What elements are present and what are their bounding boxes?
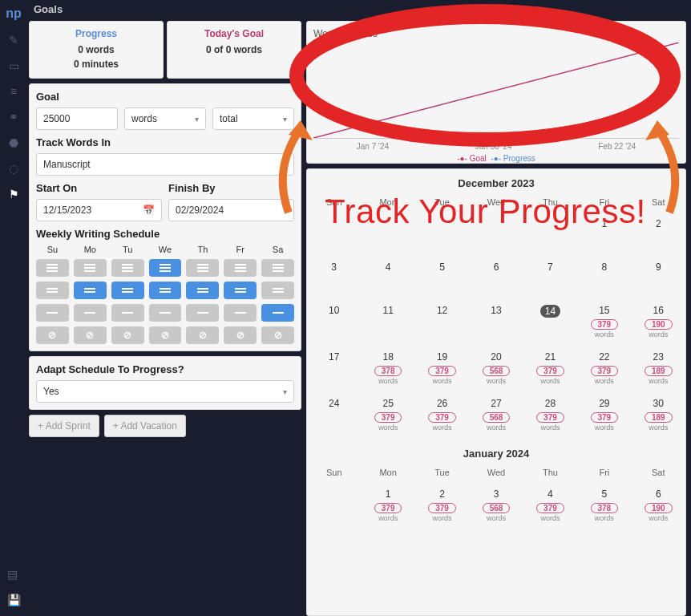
schedule-slot[interactable] bbox=[36, 304, 69, 322]
calendar-cell[interactable] bbox=[361, 213, 414, 257]
calendar-cell[interactable]: 27568words bbox=[469, 393, 523, 440]
schedule-slot[interactable] bbox=[261, 282, 294, 299]
schedule-slot[interactable] bbox=[149, 259, 182, 277]
schedule-slot[interactable] bbox=[224, 259, 257, 277]
svg-rect-36 bbox=[84, 312, 95, 314]
calendar-cell[interactable]: 2 bbox=[632, 213, 685, 257]
schedule-slot[interactable] bbox=[149, 282, 182, 299]
calendar-cell[interactable]: 4 bbox=[361, 257, 414, 300]
calendar-cell[interactable]: 30189words bbox=[632, 393, 685, 440]
calendar-cell[interactable] bbox=[307, 213, 361, 257]
calendar-cell[interactable]: 3 bbox=[307, 257, 361, 300]
schedule-slot[interactable] bbox=[111, 282, 144, 299]
schedule-slot[interactable] bbox=[36, 282, 69, 299]
finish-date-input[interactable]: 02/29/2024 bbox=[168, 199, 294, 221]
calendar-cell[interactable]: 9 bbox=[632, 257, 685, 300]
calendar-cell[interactable]: 21379words bbox=[523, 346, 577, 393]
calendar-cell[interactable]: 6 bbox=[469, 257, 523, 300]
schedule-slot[interactable] bbox=[224, 304, 257, 322]
calendar-cell[interactable]: 17 bbox=[307, 346, 361, 393]
calendar-cell[interactable]: 28379words bbox=[523, 393, 577, 440]
schedule-slot[interactable] bbox=[261, 304, 294, 322]
calendar-cell[interactable]: 12 bbox=[415, 300, 469, 346]
calendar-cell[interactable]: 15379words bbox=[577, 300, 631, 346]
calendar-cell[interactable]: 24 bbox=[307, 393, 361, 440]
save-icon[interactable]: 💾 bbox=[7, 594, 21, 606]
progress-words: 0 words bbox=[33, 43, 160, 57]
goal-scope-select[interactable]: total bbox=[212, 107, 294, 130]
calendar-cell[interactable]: 8 bbox=[577, 257, 631, 300]
calendar-cell[interactable]: 11 bbox=[361, 300, 414, 346]
schedule-slot[interactable] bbox=[186, 304, 219, 322]
track-in-select[interactable]: Manuscript bbox=[36, 153, 294, 176]
calendar-cell[interactable]: 14 bbox=[523, 300, 577, 346]
schedule-slot[interactable] bbox=[74, 304, 107, 322]
calendar-cell[interactable]: 20568words bbox=[469, 346, 523, 393]
schedule-slot[interactable] bbox=[149, 304, 182, 322]
calendar-cell[interactable]: 29379words bbox=[577, 393, 631, 440]
calendar-cell[interactable]: 10 bbox=[307, 300, 361, 346]
schedule-slot[interactable] bbox=[261, 259, 294, 277]
map-icon[interactable]: ⬣ bbox=[9, 136, 18, 149]
calendar-cell[interactable]: 5 bbox=[415, 257, 469, 300]
people-icon[interactable]: ⚭ bbox=[9, 111, 18, 124]
book-icon[interactable]: ▭ bbox=[9, 59, 19, 72]
schedule-slot[interactable] bbox=[186, 259, 219, 277]
schedule-slot[interactable] bbox=[224, 282, 257, 299]
layers-icon[interactable]: ≡ bbox=[10, 85, 17, 98]
calendar-cell[interactable]: 26379words bbox=[415, 393, 469, 440]
goal-amount-input[interactable]: 25000 bbox=[36, 107, 118, 130]
schedule-slot[interactable] bbox=[149, 326, 182, 344]
calendar-cell[interactable]: 13 bbox=[469, 300, 523, 346]
add-vacation-button[interactable]: + Add Vacation bbox=[104, 415, 186, 437]
calendar-cell[interactable]: 18378words bbox=[361, 346, 414, 393]
calendar-date: 21 bbox=[523, 351, 577, 363]
note-icon[interactable]: ▤ bbox=[7, 568, 21, 581]
adapt-select[interactable]: Yes bbox=[36, 380, 294, 403]
word-goal-unit: words bbox=[632, 514, 685, 522]
schedule-slot[interactable] bbox=[186, 326, 219, 344]
calendar-day-head: Fri bbox=[577, 464, 631, 484]
schedule-slot[interactable] bbox=[111, 326, 144, 344]
add-sprint-button[interactable]: + Add Sprint bbox=[29, 415, 99, 437]
calendar-cell[interactable]: 6190words bbox=[632, 484, 685, 530]
pen-icon[interactable]: ✎ bbox=[9, 34, 18, 47]
schedule-slot[interactable] bbox=[74, 326, 107, 344]
schedule-slot[interactable] bbox=[224, 326, 257, 344]
calendar-cell[interactable]: 1 bbox=[577, 213, 631, 257]
calendar-cell[interactable]: 5378words bbox=[577, 484, 631, 530]
schedule-slot[interactable] bbox=[111, 259, 144, 277]
calendar-cell[interactable]: 16190words bbox=[632, 300, 685, 346]
start-date-input[interactable]: 12/15/2023 📅 bbox=[36, 199, 162, 221]
calendar-date: 10 bbox=[307, 305, 361, 316]
calendar-cell[interactable]: 4379words bbox=[523, 484, 577, 530]
calendar-cell[interactable]: 7 bbox=[523, 257, 577, 300]
calendar-cell[interactable]: 22379words bbox=[577, 346, 631, 393]
calendar-date: 20 bbox=[469, 351, 523, 363]
schedule-day-head: Su bbox=[36, 245, 69, 254]
word-goal-unit: words bbox=[577, 330, 631, 338]
schedule-slot[interactable] bbox=[36, 259, 69, 277]
schedule-slot[interactable] bbox=[111, 304, 144, 322]
svg-rect-31 bbox=[235, 288, 246, 290]
schedule-slot[interactable] bbox=[74, 259, 107, 277]
calendar-cell[interactable] bbox=[523, 213, 577, 257]
calendar-cell[interactable]: 1379words bbox=[361, 484, 414, 530]
calendar-cell[interactable]: 2379words bbox=[415, 484, 469, 530]
schedule-slot[interactable] bbox=[36, 326, 69, 344]
bulb-icon[interactable]: ◌ bbox=[9, 162, 18, 175]
goal-unit-select[interactable]: words bbox=[124, 107, 206, 130]
schedule-slot[interactable] bbox=[74, 282, 107, 299]
calendar-date: 2 bbox=[632, 218, 685, 229]
calendar-cell[interactable] bbox=[469, 213, 523, 257]
calendar-cell[interactable] bbox=[307, 484, 361, 530]
calendar-cell[interactable]: 25379words bbox=[361, 393, 414, 440]
calendar-cell[interactable] bbox=[415, 213, 469, 257]
schedule-slot[interactable] bbox=[186, 282, 219, 299]
calendar-cell[interactable]: 23189words bbox=[632, 346, 685, 393]
schedule-slot[interactable] bbox=[261, 326, 294, 344]
goals-icon[interactable]: ⚑ bbox=[9, 188, 19, 201]
word-goal-unit: words bbox=[523, 424, 577, 432]
calendar-cell[interactable]: 3568words bbox=[469, 484, 523, 530]
calendar-cell[interactable]: 19379words bbox=[415, 346, 469, 393]
